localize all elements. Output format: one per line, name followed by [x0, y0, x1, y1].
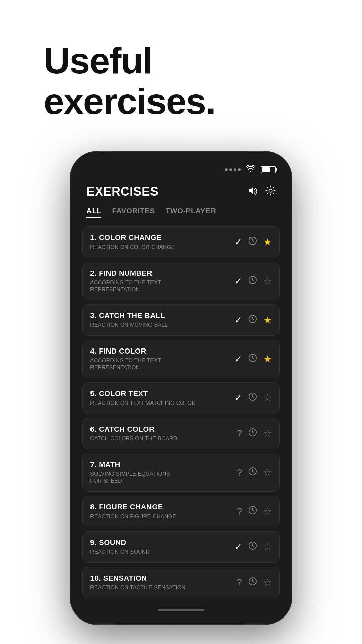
app-title: EXERCISES — [86, 184, 159, 199]
dot-4 — [238, 168, 241, 171]
exercise-item-2[interactable]: 2. FIND NUMBER ACCORDING TO THE TEXTREPR… — [82, 262, 280, 301]
exercise-actions-7: ? ☆ — [237, 467, 272, 478]
star-icon-10[interactable]: ☆ — [263, 577, 272, 588]
exercise-desc-7: SOLVING SIMPLE EQUATIONSFOR SPEED — [90, 471, 231, 485]
check-icon-9[interactable]: ✓ — [234, 541, 242, 552]
exercise-actions-6: ? ☆ — [237, 428, 272, 439]
check-icon-5[interactable]: ✓ — [234, 392, 242, 404]
history-icon-6[interactable] — [248, 428, 257, 439]
history-icon-2[interactable] — [248, 275, 257, 287]
status-bar — [80, 162, 282, 181]
exercise-item-4[interactable]: 4. FIND COLOR ACCORDING TO THE TEXTREPRE… — [82, 340, 280, 378]
exercise-actions-10: ? ☆ — [237, 577, 272, 588]
exercise-item-5[interactable]: 5. COLOR TEXT REACTION ON TEXT MATCHING … — [82, 382, 280, 414]
tab-favorites[interactable]: FAVORITES — [112, 207, 155, 218]
exercise-actions-9: ✓ ☆ — [234, 541, 272, 553]
exercise-actions-5: ✓ ☆ — [234, 392, 272, 404]
exercise-content-6: 6. CATCH COLOR CATCH COLORS ON THE BOARD — [90, 425, 231, 442]
exercise-content-1: 1. COLOR CHANGE REACTION ON COLOR CHANGE — [90, 233, 229, 251]
hero-title: Useful exercises. — [44, 40, 318, 121]
history-icon-1[interactable] — [248, 236, 257, 248]
header-icons — [248, 185, 276, 198]
exercise-item-10[interactable]: 10. SENSATION REACTION ON TACTILE SENSAT… — [82, 567, 280, 598]
star-icon-1[interactable]: ★ — [263, 236, 272, 248]
exercise-content-4: 4. FIND COLOR ACCORDING TO THE TEXTREPRE… — [90, 347, 229, 371]
exercise-desc-10: REACTION ON TACTILE SENSATION — [90, 584, 231, 591]
exercise-desc-8: REACTION ON FIGURE CHANGE — [90, 513, 231, 520]
battery-fill — [262, 167, 270, 172]
exercise-name-10: 10. SENSATION — [90, 574, 231, 583]
exercise-actions-1: ✓ ★ — [234, 236, 272, 248]
dot-3 — [234, 168, 236, 171]
question-icon-7[interactable]: ? — [237, 467, 242, 478]
question-icon-6[interactable]: ? — [237, 428, 242, 439]
exercise-desc-1: REACTION ON COLOR CHANGE — [90, 244, 229, 251]
check-icon-4[interactable]: ✓ — [234, 354, 242, 365]
star-icon-3[interactable]: ★ — [263, 315, 272, 326]
star-icon-4[interactable]: ★ — [263, 354, 272, 365]
history-icon-10[interactable] — [248, 577, 257, 588]
exercise-name-5: 5. COLOR TEXT — [90, 389, 229, 398]
exercise-item-3[interactable]: 3. CATCH THE BALL REACTION ON MOVING BAL… — [82, 304, 280, 336]
app-header: EXERCISES — [80, 181, 282, 207]
exercise-item-6[interactable]: 6. CATCH COLOR CATCH COLORS ON THE BOARD… — [82, 418, 280, 449]
exercise-list: 1. COLOR CHANGE REACTION ON COLOR CHANGE… — [80, 226, 282, 602]
exercise-name-6: 6. CATCH COLOR — [90, 425, 231, 434]
history-icon-9[interactable] — [248, 541, 257, 553]
exercise-name-2: 2. FIND NUMBER — [90, 269, 229, 278]
exercise-content-7: 7. MATH SOLVING SIMPLE EQUATIONSFOR SPEE… — [90, 460, 231, 485]
exercise-desc-5: REACTION ON TEXT MATCHING COLOR — [90, 400, 229, 407]
check-icon-3[interactable]: ✓ — [234, 315, 242, 326]
history-icon-8[interactable] — [248, 505, 257, 517]
exercise-content-9: 9. SOUND REACTION ON SOUND — [90, 538, 229, 556]
check-icon-2[interactable]: ✓ — [234, 276, 242, 287]
exercise-desc-9: REACTION ON SOUND — [90, 549, 229, 556]
exercise-name-4: 4. FIND COLOR — [90, 347, 229, 356]
svg-point-0 — [269, 189, 272, 192]
dot-2 — [229, 168, 232, 171]
exercise-content-5: 5. COLOR TEXT REACTION ON TEXT MATCHING … — [90, 389, 229, 407]
star-icon-9[interactable]: ☆ — [263, 541, 272, 552]
exercise-actions-8: ? ☆ — [237, 505, 272, 517]
tab-bar: ALL FAVORITES TWO-PLAYER — [80, 207, 282, 226]
exercise-desc-2: ACCORDING TO THE TEXTREPRESENTATION — [90, 279, 229, 293]
exercise-item-7[interactable]: 7. MATH SOLVING SIMPLE EQUATIONSFOR SPEE… — [82, 453, 280, 492]
exercise-name-8: 8. FIGURE CHANGE — [90, 503, 231, 512]
star-icon-8[interactable]: ☆ — [263, 506, 272, 517]
check-icon-1[interactable]: ✓ — [234, 236, 242, 248]
home-indicator — [158, 609, 204, 611]
exercise-item-9[interactable]: 9. SOUND REACTION ON SOUND ✓ ☆ — [82, 531, 280, 563]
tab-all[interactable]: ALL — [86, 207, 101, 218]
exercise-name-3: 3. CATCH THE BALL — [90, 311, 229, 320]
battery-icon — [261, 166, 276, 173]
settings-icon[interactable] — [265, 185, 276, 198]
tab-two-player[interactable]: TWO-PLAYER — [166, 207, 216, 218]
question-icon-8[interactable]: ? — [237, 506, 242, 517]
history-icon-4[interactable] — [248, 353, 257, 365]
star-icon-6[interactable]: ☆ — [263, 428, 272, 439]
wifi-icon — [246, 165, 255, 174]
phone-frame: EXERCISES ALL — [70, 152, 292, 624]
history-icon-3[interactable] — [248, 314, 257, 326]
question-icon-10[interactable]: ? — [237, 577, 242, 588]
exercise-item-8[interactable]: 8. FIGURE CHANGE REACTION ON FIGURE CHAN… — [82, 496, 280, 527]
dot-1 — [225, 168, 228, 171]
phone-wrapper: EXERCISES ALL — [0, 142, 362, 644]
exercise-item-1[interactable]: 1. COLOR CHANGE REACTION ON COLOR CHANGE… — [82, 226, 280, 258]
signal-dots — [225, 168, 241, 171]
sound-icon[interactable] — [248, 186, 259, 198]
star-icon-2[interactable]: ☆ — [263, 276, 272, 287]
exercise-content-10: 10. SENSATION REACTION ON TACTILE SENSAT… — [90, 574, 231, 591]
exercise-name-1: 1. COLOR CHANGE — [90, 233, 229, 242]
exercise-desc-3: REACTION ON MOVING BALL — [90, 322, 229, 329]
exercise-desc-6: CATCH COLORS ON THE BOARD — [90, 435, 231, 442]
exercise-name-7: 7. MATH — [90, 460, 231, 469]
exercise-actions-2: ✓ ☆ — [234, 275, 272, 287]
exercise-content-8: 8. FIGURE CHANGE REACTION ON FIGURE CHAN… — [90, 503, 231, 520]
hero-section: Useful exercises. — [0, 0, 362, 142]
star-icon-7[interactable]: ☆ — [263, 467, 272, 478]
history-icon-7[interactable] — [248, 467, 257, 478]
star-icon-5[interactable]: ☆ — [263, 392, 272, 404]
history-icon-5[interactable] — [248, 392, 257, 404]
exercise-content-3: 3. CATCH THE BALL REACTION ON MOVING BAL… — [90, 311, 229, 329]
